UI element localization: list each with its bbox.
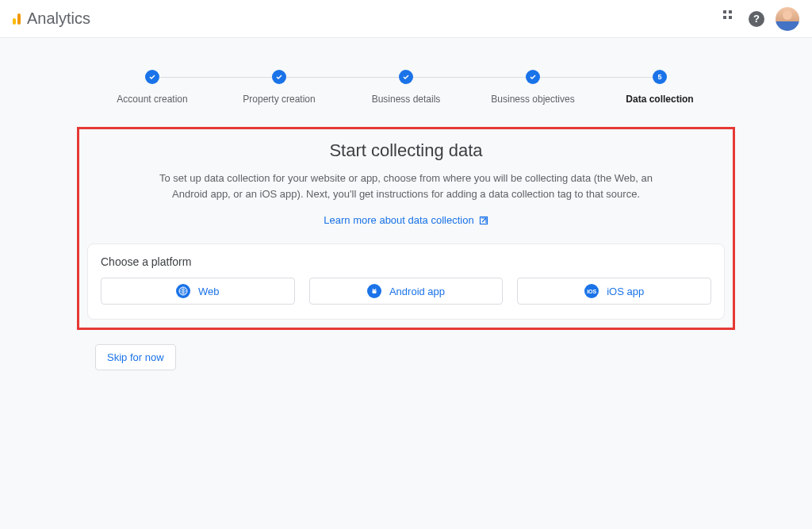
platform-ios-button[interactable]: iOS iOS app bbox=[517, 278, 711, 305]
step-label: Business details bbox=[372, 94, 441, 105]
help-icon[interactable]: ? bbox=[749, 11, 764, 27]
user-avatar[interactable] bbox=[776, 7, 799, 31]
skip-button[interactable]: Skip for now bbox=[95, 344, 176, 370]
step-data-collection[interactable]: 5 Data collection bbox=[596, 70, 723, 105]
step-business-objectives[interactable]: Business objectives bbox=[469, 70, 596, 105]
platform-web-label: Web bbox=[198, 286, 220, 297]
platform-row: Web Android app iOS bbox=[101, 278, 711, 305]
svg-line-9 bbox=[373, 289, 373, 290]
checkmark-icon bbox=[526, 70, 540, 84]
android-icon bbox=[367, 284, 381, 298]
platform-web-button[interactable]: Web bbox=[101, 278, 295, 305]
globe-icon bbox=[176, 284, 190, 298]
highlight-box: Start collecting data To set up data col… bbox=[77, 127, 735, 330]
svg-rect-3 bbox=[729, 16, 732, 19]
step-label: Data collection bbox=[626, 94, 693, 105]
ios-icon: iOS bbox=[584, 284, 599, 298]
step-label: Property creation bbox=[243, 94, 315, 105]
step-label: Business objectives bbox=[491, 94, 574, 105]
checkmark-icon bbox=[145, 70, 159, 84]
app-title: Analytics bbox=[27, 10, 90, 28]
platform-android-label: Android app bbox=[389, 286, 445, 297]
header-left: Analytics bbox=[13, 10, 90, 28]
step-account-creation[interactable]: Account creation bbox=[89, 70, 216, 105]
page-title: Start collecting data bbox=[87, 140, 725, 161]
setup-stepper: Account creation Property creation Busin… bbox=[89, 70, 723, 105]
checkmark-icon bbox=[399, 70, 413, 84]
main-content: Account creation Property creation Busin… bbox=[0, 38, 812, 529]
skip-label: Skip for now bbox=[107, 351, 164, 363]
step-property-creation[interactable]: Property creation bbox=[216, 70, 343, 105]
analytics-logo-icon bbox=[13, 13, 21, 25]
step-label: Account creation bbox=[117, 94, 187, 105]
svg-rect-0 bbox=[723, 10, 726, 13]
header: Analytics ? bbox=[0, 0, 812, 38]
svg-point-7 bbox=[373, 290, 373, 291]
external-link-icon bbox=[479, 216, 488, 225]
svg-point-8 bbox=[375, 290, 376, 291]
apps-grid-icon[interactable] bbox=[723, 10, 737, 28]
platform-ios-label: iOS app bbox=[607, 286, 644, 297]
svg-line-10 bbox=[375, 289, 376, 290]
platform-card: Choose a platform Web bbox=[87, 243, 725, 320]
learn-more-link[interactable]: Learn more about data collection bbox=[324, 214, 488, 226]
svg-rect-2 bbox=[723, 16, 726, 19]
step-number-icon: 5 bbox=[653, 70, 667, 84]
header-right: ? bbox=[723, 7, 799, 31]
svg-rect-6 bbox=[372, 289, 376, 293]
step-business-details[interactable]: Business details bbox=[343, 70, 469, 105]
svg-rect-1 bbox=[729, 10, 732, 13]
checkmark-icon bbox=[272, 70, 286, 84]
platform-title: Choose a platform bbox=[101, 255, 711, 268]
learn-more-text: Learn more about data collection bbox=[324, 214, 473, 226]
page-description: To set up data collection for your websi… bbox=[152, 171, 660, 201]
platform-android-button[interactable]: Android app bbox=[309, 278, 504, 305]
